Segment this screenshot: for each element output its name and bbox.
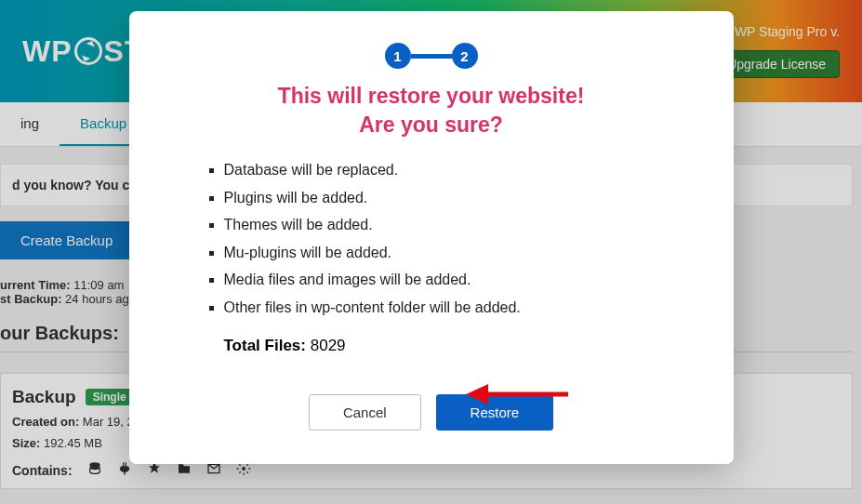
annotation-arrow-icon — [466, 380, 568, 408]
list-item: Themes will be added. — [224, 211, 691, 239]
restore-item-list: Database will be replaced. Plugins will … — [172, 156, 691, 322]
list-item: Mu-plugins will be added. — [224, 239, 691, 267]
step-indicator: 1 2 — [172, 43, 691, 69]
list-item: Media files and images will be added. — [224, 266, 691, 294]
svg-marker-3 — [466, 384, 488, 405]
cancel-button[interactable]: Cancel — [309, 394, 421, 431]
restore-confirm-modal: 1 2 This will restore your website! Are … — [129, 11, 734, 464]
modal-title: This will restore your website! Are you … — [172, 82, 691, 139]
list-item: Other files in wp-content folder will be… — [224, 294, 691, 322]
step-2: 2 — [452, 43, 478, 69]
list-item: Plugins will be added. — [224, 184, 691, 212]
step-1: 1 — [385, 43, 411, 69]
modal-actions: Cancel Restore — [172, 394, 691, 431]
list-item: Database will be replaced. — [224, 156, 691, 184]
step-connector — [411, 54, 452, 59]
total-files: Total Files: 8029 — [172, 337, 691, 355]
